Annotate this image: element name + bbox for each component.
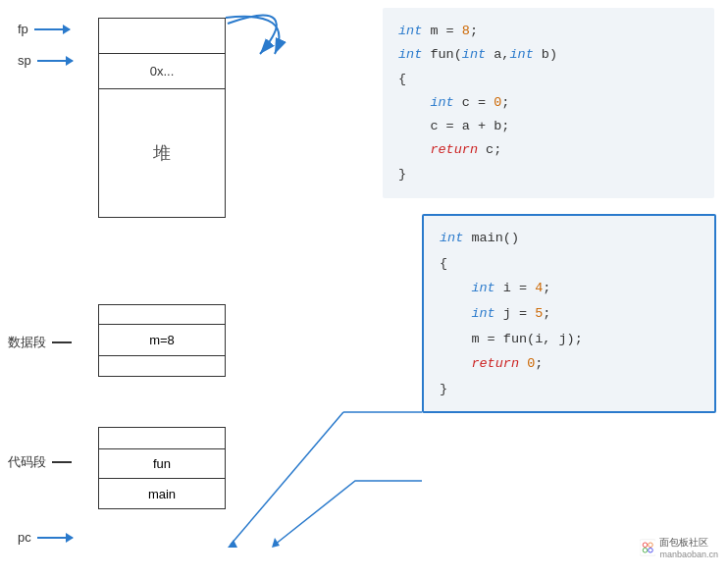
fp-text: fp — [18, 22, 28, 36]
sp-arrow-icon — [37, 60, 73, 62]
watermark-text-block: 面包板社区 manbaoban.cn — [659, 536, 718, 559]
code-segment-text: 代码段 — [8, 453, 46, 471]
code-bg-line2: int fun(int a,int b) — [398, 43, 699, 67]
svg-rect-6 — [640, 540, 655, 555]
data-top-gap — [99, 305, 225, 325]
code-bg-line7: } — [398, 163, 699, 186]
heap-cell: 堆 — [99, 89, 225, 217]
code-section: fun main — [98, 427, 226, 509]
code-top-gap — [99, 428, 225, 449]
code-main-line5: m = fun(i, j); — [440, 327, 699, 352]
data-outer: m=8 — [98, 304, 226, 377]
data-segment-label-container: 数据段 — [8, 334, 72, 351]
ox-label: 0x... — [150, 64, 175, 79]
pc-arrow-icon — [37, 537, 73, 539]
sp-text: sp — [18, 53, 31, 68]
fun-label: fun — [153, 456, 171, 471]
stack-ox-cell: 0x... — [99, 54, 225, 89]
pc-label-container: pc — [18, 530, 73, 545]
fp-label-container: fp — [18, 22, 70, 36]
pc-text: pc — [18, 530, 31, 545]
code-background-panel: int m = 8; int fun(int a,int b) { int c … — [383, 8, 714, 198]
code-outer: fun main — [98, 427, 226, 509]
code-main-line6: return 0; — [440, 351, 699, 377]
stack-section: 0x... 堆 — [98, 18, 226, 218]
code-main-line1: int main() — [440, 226, 699, 251]
code-bg-line6: return c; — [398, 138, 699, 162]
code-main-line4: int j = 5; — [440, 301, 699, 327]
watermark: 面包板社区 manbaoban.cn — [640, 528, 718, 567]
code-bg-line4: int c = 0; — [398, 91, 699, 115]
m-val-label: m=8 — [149, 333, 175, 347]
data-m-cell: m=8 — [99, 325, 225, 356]
main-label: main — [148, 487, 176, 501]
main-container: 0x... 堆 m=8 fun — [0, 0, 728, 577]
code-bg-content: int m = 8; int fun(int a,int b) { int c … — [383, 8, 714, 198]
heap-label: 堆 — [153, 141, 171, 165]
code-main-line3: int i = 4; — [440, 276, 699, 301]
data-section: m=8 — [98, 304, 226, 377]
code-segment-label-container: 代码段 — [8, 453, 72, 471]
watermark-site-url: manbaoban.cn — [659, 550, 718, 559]
code-bg-line3: { — [398, 68, 699, 91]
data-bottom-gap — [99, 356, 225, 376]
fp-arrow-icon — [34, 28, 70, 30]
code-fun-cell: fun — [99, 449, 225, 479]
code-dash-icon — [52, 461, 72, 463]
code-bg-line5: c = a + b; — [398, 115, 699, 138]
memory-diagram: 0x... 堆 m=8 fun — [0, 0, 275, 577]
code-main-cell: main — [99, 479, 225, 508]
data-segment-text: 数据段 — [8, 334, 46, 351]
code-main-line2: { — [440, 251, 699, 277]
stack-top-cell — [99, 19, 225, 54]
data-dash-icon — [52, 341, 72, 343]
watermark-logo-icon — [640, 530, 655, 565]
code-main-line7: } — [440, 377, 699, 402]
code-main-box: int main() { int i = 4; int j = 5; m = f… — [422, 214, 716, 413]
watermark-site-name: 面包板社区 — [659, 536, 718, 550]
stack-block: 0x... 堆 — [98, 18, 226, 218]
sp-label-container: sp — [18, 53, 73, 68]
code-bg-line1: int m = 8; — [398, 20, 699, 43]
